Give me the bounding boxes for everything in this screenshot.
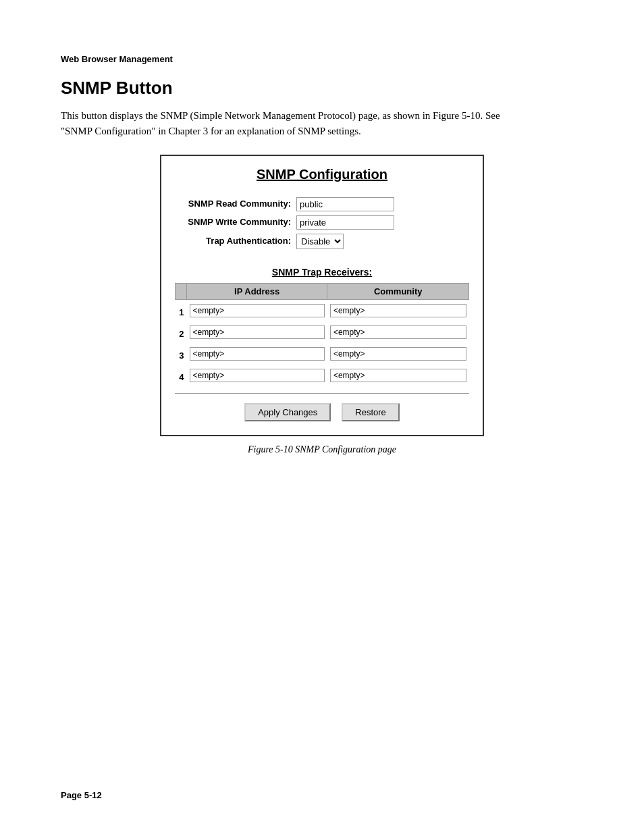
read-community-label: SNMP Read Community: [175,199,296,210]
community-input-1[interactable] [330,304,466,317]
apply-changes-button[interactable]: Apply Changes [244,403,331,421]
figure-box: SNMP Configuration SNMP Read Community: … [160,155,484,436]
write-community-input[interactable] [296,215,394,230]
community-input-2[interactable] [330,325,466,339]
ip-input-1[interactable] [190,304,325,317]
col-ip-header: IP Address [187,284,327,300]
page-title: SNMP Button [61,78,583,99]
col-community-header: Community [327,284,469,300]
section-label: Web Browser Management [61,54,583,64]
snmp-config-title: SNMP Configuration [161,156,483,192]
trap-receivers-title: SNMP Trap Receivers: [161,267,483,278]
ip-input-2[interactable] [190,325,325,339]
table-row [176,343,469,365]
page-number: Page 5-12 [61,790,102,800]
community-input-4[interactable] [330,369,466,382]
figure-caption: Figure 5-10 SNMP Configuration page [61,444,583,455]
trap-auth-select[interactable]: Disable Enable [296,234,344,249]
restore-button[interactable]: Restore [342,403,400,421]
write-community-label: SNMP Write Community: [175,217,296,228]
ip-input-3[interactable] [190,347,325,361]
table-row [176,365,469,386]
read-community-input[interactable] [296,197,394,211]
table-row [176,321,469,343]
ip-input-4[interactable] [190,369,325,382]
community-input-3[interactable] [330,347,466,361]
table-row [176,300,469,321]
trap-auth-label: Trap Authentication: [175,236,296,247]
body-text: This button displays the SNMP (Simple Ne… [61,108,520,138]
